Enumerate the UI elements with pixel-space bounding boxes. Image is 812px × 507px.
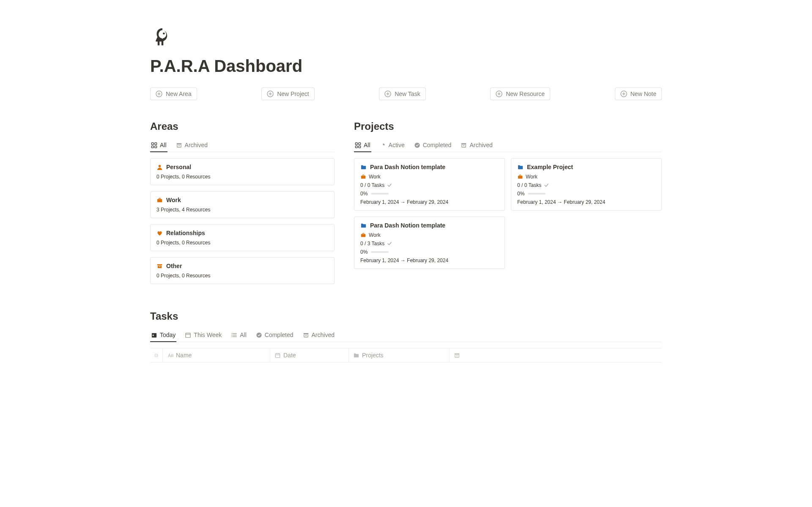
- projects-title: Projects: [354, 121, 662, 132]
- plus-circle-icon: [496, 90, 502, 97]
- project-date-range: February 1, 2024 → February 29, 2024: [360, 258, 499, 263]
- plus-circle-icon: [384, 90, 391, 97]
- svg-point-0: [163, 33, 165, 35]
- tasks-tab-archived[interactable]: Archived: [302, 330, 335, 342]
- tasks-title: Tasks: [150, 310, 662, 322]
- calendar-icon: [185, 332, 191, 338]
- column-date[interactable]: Date: [270, 348, 349, 362]
- projects-tab-active[interactable]: Active: [379, 140, 406, 152]
- column-name[interactable]: Name: [163, 348, 270, 362]
- tasks-tab-completed[interactable]: Completed: [255, 330, 294, 342]
- briefcase-icon: [517, 174, 523, 180]
- area-card-relationships[interactable]: Relationships 0 Projects, 0 Resources: [150, 224, 335, 251]
- new-note-label: New Note: [631, 90, 656, 97]
- project-name: Example Project: [527, 164, 573, 170]
- column-archive[interactable]: [450, 348, 662, 362]
- calendar-day-icon: [151, 332, 157, 338]
- svg-point-29: [232, 334, 233, 335]
- svg-rect-16: [355, 143, 357, 145]
- project-area: Work: [369, 232, 381, 238]
- svg-rect-9: [155, 145, 157, 148]
- tab-label: Archived: [469, 142, 492, 148]
- tasks-tabs: Today This Week All Completed Archived: [150, 330, 662, 342]
- tab-label: Today: [160, 332, 176, 338]
- area-meta: 0 Projects, 0 Resources: [156, 174, 328, 180]
- svg-rect-25: [152, 333, 156, 337]
- column-label: Date: [283, 352, 296, 359]
- new-task-button[interactable]: New Task: [379, 88, 425, 100]
- tab-label: All: [364, 142, 370, 148]
- svg-rect-26: [153, 334, 154, 336]
- area-name: Personal: [166, 164, 191, 170]
- area-name: Work: [166, 197, 181, 203]
- new-area-button[interactable]: New Area: [150, 88, 197, 100]
- progress-bar: [371, 193, 389, 195]
- svg-rect-15: [159, 266, 161, 266]
- gallery-icon: [151, 142, 157, 148]
- svg-rect-22: [361, 175, 366, 178]
- svg-rect-14: [158, 266, 162, 268]
- area-card-work[interactable]: Work 3 Projects, 4 Resources: [150, 191, 335, 218]
- tasks-tab-this-week[interactable]: This Week: [184, 330, 222, 342]
- projects-tab-all[interactable]: All: [354, 140, 371, 152]
- column-checkbox[interactable]: [150, 348, 163, 362]
- project-pct: 0%: [360, 249, 368, 255]
- text-aa-icon: [167, 352, 173, 359]
- calendar-icon: [274, 352, 281, 359]
- svg-point-11: [159, 164, 161, 167]
- svg-rect-13: [157, 264, 162, 265]
- area-card-other[interactable]: Other 0 Projects, 0 Resources: [150, 257, 335, 284]
- projects-tab-completed[interactable]: Completed: [413, 140, 453, 152]
- svg-rect-27: [186, 333, 190, 337]
- tasks-tab-all[interactable]: All: [230, 330, 247, 342]
- tasks-table-header: Name Date Projects: [150, 348, 662, 362]
- areas-tabs: All Archived: [150, 140, 335, 152]
- progress-bar: [371, 251, 389, 253]
- project-area: Work: [526, 174, 538, 180]
- projects-tab-archived[interactable]: Archived: [460, 140, 493, 152]
- checkbox-icon: [154, 352, 158, 359]
- archive-icon: [303, 332, 309, 338]
- project-pct: 0%: [360, 191, 368, 197]
- svg-rect-24: [361, 234, 366, 237]
- new-resource-button[interactable]: New Resource: [490, 88, 550, 100]
- svg-rect-10: [176, 143, 181, 144]
- action-buttons-row: New Area New Project New Task New Resour…: [150, 88, 662, 100]
- tab-label: Active: [389, 142, 405, 148]
- column-label: Name: [176, 352, 192, 359]
- svg-point-20: [414, 143, 420, 148]
- page-icon: [151, 25, 174, 48]
- area-meta: 0 Projects, 0 Resources: [156, 240, 328, 246]
- progress-bar: [528, 193, 546, 195]
- folder-icon: [517, 164, 524, 170]
- new-area-label: New Area: [166, 90, 192, 97]
- plus-circle-icon: [156, 90, 162, 97]
- page-title: P.A.R.A Dashboard: [150, 57, 662, 76]
- project-pct: 0%: [517, 191, 524, 197]
- svg-rect-21: [461, 143, 466, 144]
- tasks-tab-today[interactable]: Today: [150, 330, 176, 342]
- area-meta: 0 Projects, 0 Resources: [156, 273, 328, 279]
- areas-section: Areas All Archived Personal 0 Projects, …: [150, 121, 335, 290]
- svg-rect-7: [155, 143, 157, 145]
- svg-rect-32: [303, 333, 308, 334]
- new-project-button[interactable]: New Project: [261, 88, 314, 100]
- plus-circle-icon: [620, 90, 627, 97]
- project-card[interactable]: Para Dash Notion template Work 0 / 0 Tas…: [354, 158, 505, 211]
- areas-tab-all[interactable]: All: [150, 140, 167, 152]
- column-projects[interactable]: Projects: [349, 348, 450, 362]
- project-card[interactable]: Para Dash Notion template Work 0 / 3 Tas…: [354, 217, 505, 269]
- areas-tab-archived[interactable]: Archived: [175, 140, 208, 152]
- tab-label: Completed: [423, 142, 452, 148]
- plus-circle-icon: [267, 90, 274, 97]
- tab-label: Archived: [312, 332, 335, 338]
- svg-rect-8: [151, 145, 154, 148]
- briefcase-icon: [360, 174, 366, 180]
- area-card-personal[interactable]: Personal 0 Projects, 0 Resources: [150, 158, 335, 185]
- archive-icon: [461, 142, 467, 148]
- project-card[interactable]: Example Project Work 0 / 0 Tasks 0% Fe: [511, 158, 662, 211]
- project-area: Work: [369, 174, 381, 180]
- project-date-range: February 1, 2024 → February 29, 2024: [517, 199, 656, 205]
- new-note-button[interactable]: New Note: [615, 88, 662, 100]
- new-task-label: New Task: [395, 90, 420, 97]
